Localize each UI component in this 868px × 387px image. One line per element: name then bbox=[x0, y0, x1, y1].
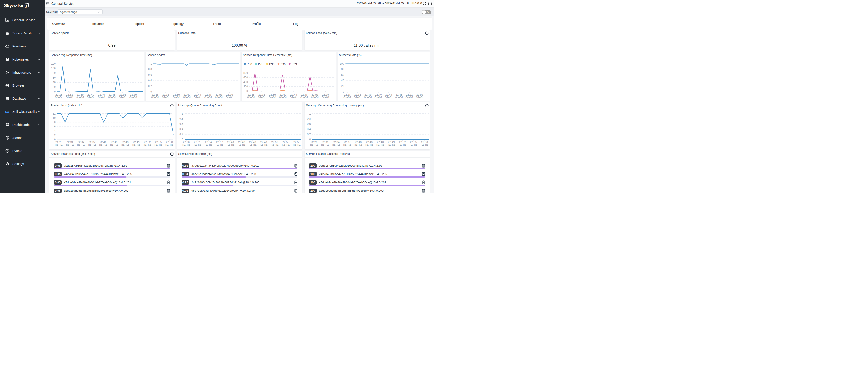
svg-text:04–04: 04–04 bbox=[76, 96, 84, 99]
svg-text:04–04: 04–04 bbox=[155, 144, 162, 147]
svg-text:0.2: 0.2 bbox=[307, 133, 311, 136]
svg-text:400: 400 bbox=[243, 80, 248, 84]
svg-text:1: 1 bbox=[150, 62, 152, 65]
svg-text:2: 2 bbox=[54, 134, 56, 137]
svg-text:04–04: 04–04 bbox=[66, 96, 73, 99]
svg-text:04–04: 04–04 bbox=[121, 144, 129, 147]
svg-text:120: 120 bbox=[51, 62, 56, 65]
svg-text:04–04: 04–04 bbox=[269, 96, 276, 99]
svg-text:04–04: 04–04 bbox=[66, 144, 74, 147]
svg-text:4: 4 bbox=[54, 129, 56, 133]
svg-text:0.4: 0.4 bbox=[148, 79, 152, 82]
svg-text:04–04: 04–04 bbox=[395, 96, 403, 99]
svg-text:04–04: 04–04 bbox=[405, 96, 413, 99]
svg-text:80: 80 bbox=[341, 68, 344, 71]
svg-text:0.2: 0.2 bbox=[180, 133, 183, 136]
svg-text:40: 40 bbox=[53, 81, 56, 84]
svg-text:04–04: 04–04 bbox=[399, 144, 406, 147]
svg-text:8: 8 bbox=[54, 121, 56, 124]
svg-text:04–04: 04–04 bbox=[376, 144, 384, 147]
svg-text:04–04: 04–04 bbox=[322, 96, 330, 99]
svg-text:04–04: 04–04 bbox=[55, 96, 63, 99]
svg-text:100: 100 bbox=[51, 67, 56, 70]
svg-text:04–04: 04–04 bbox=[385, 96, 393, 99]
svg-text:04–04: 04–04 bbox=[301, 96, 308, 99]
svg-text:04–04: 04–04 bbox=[374, 96, 382, 99]
svg-text:20: 20 bbox=[53, 85, 56, 89]
svg-text:0: 0 bbox=[246, 90, 248, 93]
svg-text:10: 10 bbox=[53, 116, 56, 119]
svg-text:0.6: 0.6 bbox=[307, 122, 311, 126]
svg-text:04–04: 04–04 bbox=[416, 96, 424, 99]
svg-text:04–04: 04–04 bbox=[173, 96, 180, 99]
svg-text:P50: P50 bbox=[247, 62, 252, 66]
svg-text:800: 800 bbox=[243, 71, 248, 75]
svg-text:0.8: 0.8 bbox=[307, 117, 311, 120]
svg-text:0.6: 0.6 bbox=[148, 73, 152, 76]
svg-text:04–04: 04–04 bbox=[293, 144, 301, 147]
svg-text:20: 20 bbox=[341, 84, 344, 88]
svg-text:04–04: 04–04 bbox=[183, 144, 190, 147]
svg-text:04–04: 04–04 bbox=[215, 96, 223, 99]
svg-text:100: 100 bbox=[339, 62, 344, 65]
svg-text:200: 200 bbox=[243, 85, 248, 88]
svg-text:04–04: 04–04 bbox=[129, 96, 137, 99]
svg-text:04–04: 04–04 bbox=[165, 144, 173, 147]
svg-text:04–04: 04–04 bbox=[87, 96, 95, 99]
svg-text:04–04: 04–04 bbox=[98, 96, 105, 99]
svg-text:04–04: 04–04 bbox=[205, 144, 212, 147]
svg-text:Sw: Sw bbox=[5, 110, 9, 113]
svg-text:04–04: 04–04 bbox=[238, 144, 246, 147]
svg-text:1: 1 bbox=[182, 112, 183, 115]
svg-text:04–04: 04–04 bbox=[354, 96, 362, 99]
svg-text:04–04: 04–04 bbox=[421, 144, 428, 147]
svg-text:04–04: 04–04 bbox=[282, 144, 290, 147]
svg-text:04–04: 04–04 bbox=[279, 96, 287, 99]
svg-text:04–04: 04–04 bbox=[193, 144, 201, 147]
svg-text:04–04: 04–04 bbox=[271, 144, 279, 147]
svg-text:04–04: 04–04 bbox=[365, 144, 373, 147]
svg-text:0.4: 0.4 bbox=[180, 128, 183, 131]
svg-text:04–04: 04–04 bbox=[119, 96, 127, 99]
svg-text:60: 60 bbox=[341, 73, 344, 76]
svg-text:04–04: 04–04 bbox=[225, 96, 233, 99]
svg-text:04–04: 04–04 bbox=[110, 144, 118, 147]
svg-text:60: 60 bbox=[53, 76, 56, 79]
svg-text:04–04: 04–04 bbox=[310, 144, 318, 147]
svg-text:80: 80 bbox=[53, 71, 56, 75]
svg-text:0.8: 0.8 bbox=[180, 117, 183, 120]
svg-text:04–04: 04–04 bbox=[364, 96, 372, 99]
svg-text:04–04: 04–04 bbox=[77, 144, 85, 147]
svg-text:04–04: 04–04 bbox=[216, 144, 223, 147]
svg-text:P95: P95 bbox=[280, 62, 286, 66]
svg-text:04–04: 04–04 bbox=[260, 144, 268, 147]
svg-text:04–04: 04–04 bbox=[354, 144, 362, 147]
svg-text:04–04: 04–04 bbox=[55, 144, 63, 147]
svg-text:12: 12 bbox=[53, 112, 56, 115]
svg-text:04–04: 04–04 bbox=[311, 96, 319, 99]
svg-text:04–04: 04–04 bbox=[321, 144, 329, 147]
svg-text:04–04: 04–04 bbox=[258, 96, 266, 99]
svg-text:04–04: 04–04 bbox=[247, 96, 255, 99]
svg-text:0.4: 0.4 bbox=[307, 128, 311, 131]
svg-text:04–04: 04–04 bbox=[227, 144, 235, 147]
svg-text:04–04: 04–04 bbox=[144, 144, 151, 147]
svg-text:04–04: 04–04 bbox=[343, 96, 351, 99]
svg-text:04–04: 04–04 bbox=[290, 96, 298, 99]
svg-text:1: 1 bbox=[309, 112, 311, 115]
svg-text:04–04: 04–04 bbox=[194, 96, 202, 99]
svg-text:04–04: 04–04 bbox=[99, 144, 107, 147]
svg-text:0.2: 0.2 bbox=[148, 84, 152, 88]
svg-text:P99: P99 bbox=[291, 62, 297, 66]
svg-text:04–04: 04–04 bbox=[343, 144, 351, 147]
svg-text:P90: P90 bbox=[269, 62, 274, 66]
svg-text:04–04: 04–04 bbox=[388, 144, 395, 147]
svg-text:04–04: 04–04 bbox=[332, 144, 340, 147]
svg-text:6: 6 bbox=[54, 125, 56, 128]
svg-text:600: 600 bbox=[243, 76, 248, 79]
svg-text:04–04: 04–04 bbox=[409, 144, 417, 147]
svg-text:04–04: 04–04 bbox=[88, 144, 96, 147]
svg-text:04–04: 04–04 bbox=[183, 96, 191, 99]
svg-text:04–04: 04–04 bbox=[249, 144, 256, 147]
svg-text:04–04: 04–04 bbox=[205, 96, 212, 99]
